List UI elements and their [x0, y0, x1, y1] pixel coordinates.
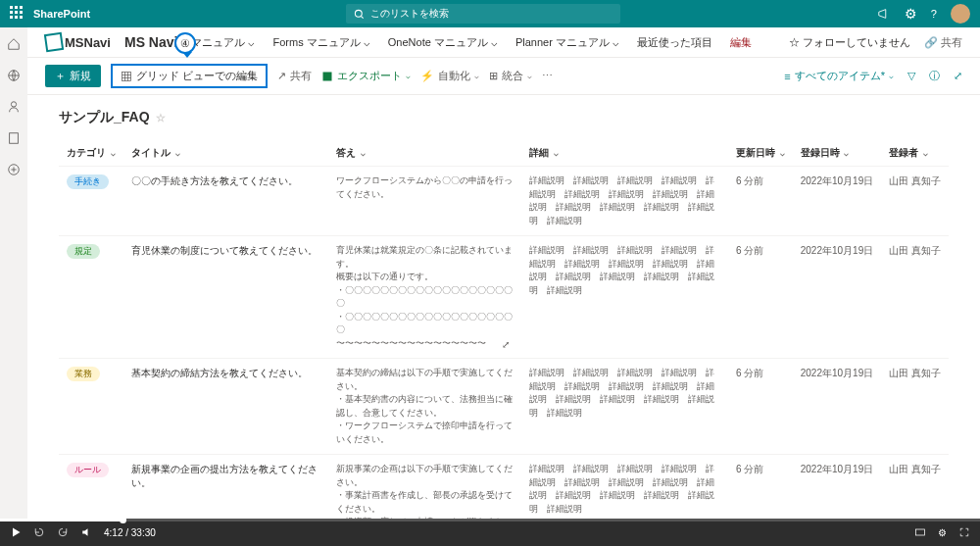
nav-item-4[interactable]: 最近使った項目: [637, 35, 712, 50]
row-detail: 詳細説明 詳細説明 詳細説明 詳細説明 詳細説明 詳細説明 詳細説明 詳細説明 …: [521, 236, 728, 359]
excel-icon: [321, 71, 333, 82]
svg-point-0: [356, 10, 363, 17]
row-updated: 6 分前: [728, 236, 793, 359]
site-header: MSNavi MS Navi マニュアル ⌵Forms マニュアル ⌵OneNo…: [27, 27, 980, 58]
share-button[interactable]: ↗ 共有: [277, 69, 312, 83]
share-site-button[interactable]: 🔗 共有: [924, 35, 962, 50]
left-nav: [0, 27, 27, 519]
fullscreen-icon[interactable]: [958, 526, 970, 538]
row-user: 山田 真知子: [881, 167, 949, 236]
list-table: カテゴリ ⌵タイトル ⌵答え ⌵詳細 ⌵更新日時 ⌵登録日時 ⌵登録者 ⌵ 手続…: [59, 140, 949, 519]
list-title: サンプル_FAQ ☆: [59, 109, 949, 126]
filter-icon[interactable]: ▽: [907, 70, 915, 82]
col-header[interactable]: タイトル ⌵: [123, 140, 328, 167]
search-icon: [354, 9, 365, 20]
row-user: 山田 真知子: [881, 455, 949, 520]
row-title: 基本契約の締結方法を教えてください。: [123, 359, 328, 455]
category-pill: 規定: [67, 244, 100, 259]
row-date: 2022年10月19日: [793, 455, 882, 520]
add-icon[interactable]: [7, 163, 21, 176]
svg-line-1: [362, 16, 364, 18]
export-button[interactable]: エクスポート ⌵: [321, 69, 411, 83]
home-icon[interactable]: [7, 37, 21, 51]
svg-rect-7: [323, 72, 332, 80]
callout-badge: ④: [174, 32, 196, 54]
nav-item-1[interactable]: Forms マニュアル ⌵: [273, 35, 370, 50]
col-header[interactable]: 登録日時 ⌵: [793, 140, 882, 167]
suite-brand[interactable]: SharePoint: [33, 8, 90, 20]
new-button[interactable]: ＋ 新規: [45, 65, 101, 87]
progress-bar[interactable]: [0, 519, 980, 521]
row-user: 山田 真知子: [881, 236, 949, 359]
nav-item-5[interactable]: 編集: [730, 35, 752, 50]
table-row[interactable]: 規定育児休業の制度について教えてください。育児休業は就業規定の〇条に記載されてい…: [59, 236, 949, 359]
col-header[interactable]: 登録者 ⌵: [881, 140, 949, 167]
suite-bar: SharePoint このリストを検索 ⚙ ?: [0, 0, 980, 27]
col-header[interactable]: 答え ⌵: [328, 140, 521, 167]
player-time: 4:12 / 33:30: [104, 527, 156, 538]
grid-view-edit-button[interactable]: グリッド ビューでの編集: [111, 64, 268, 88]
row-date: 2022年10月19日: [793, 167, 882, 236]
nav-item-2[interactable]: OneNote マニュアル ⌵: [388, 35, 498, 50]
volume-icon[interactable]: [80, 526, 92, 538]
row-answer: 育児休業は就業規定の〇条に記載されています。概要は以下の通りです。・〇〇〇〇〇〇…: [328, 236, 521, 359]
col-header[interactable]: 更新日時 ⌵: [728, 140, 793, 167]
svg-point-3: [11, 102, 16, 107]
table-row[interactable]: 業務基本契約の締結方法を教えてください。基本契約の締結は以下の手順で実施してくだ…: [59, 359, 949, 455]
row-answer: 新規事業の企画は以下の手順で実施してください。・事業計画書を作成し、部長の承認を…: [328, 455, 521, 520]
row-title: 育児休業の制度について教えてください。: [123, 236, 328, 359]
category-pill: 手続き: [67, 174, 109, 189]
waffle-icon[interactable]: [10, 6, 25, 22]
svg-rect-8: [916, 529, 925, 535]
site-name[interactable]: MS Navi: [124, 34, 177, 50]
expand-row-icon[interactable]: ⤢: [502, 337, 510, 352]
site-logo[interactable]: MSNavi: [45, 33, 111, 51]
follow-button[interactable]: ☆ フォローしていません: [789, 35, 910, 50]
row-user: 山田 真知子: [881, 359, 949, 455]
row-answer: 基本契約の締結は以下の手順で実施してください。・基本契約書の内容について、法務担…: [328, 359, 521, 455]
video-player-bar: 4:12 / 33:30 ⚙: [0, 519, 980, 546]
col-header[interactable]: カテゴリ ⌵: [59, 140, 123, 167]
row-updated: 6 分前: [728, 455, 793, 520]
search-placeholder: このリストを検索: [370, 7, 449, 21]
row-updated: 6 分前: [728, 167, 793, 236]
command-bar: ＋ 新規 グリッド ビューでの編集 ↗ 共有 エクスポート ⌵ ⚡ 自動化 ⌵ …: [27, 58, 980, 95]
automate-button[interactable]: ⚡ 自動化 ⌵: [420, 69, 479, 83]
expand-icon[interactable]: ⤢: [954, 70, 962, 82]
people-icon[interactable]: [7, 100, 21, 114]
cc-icon[interactable]: [914, 526, 926, 538]
row-date: 2022年10月19日: [793, 359, 882, 455]
more-button[interactable]: ⋯: [542, 70, 553, 82]
nav-item-0[interactable]: マニュアル ⌵: [191, 35, 255, 50]
grid-icon: [121, 71, 132, 82]
skip-back-icon[interactable]: [33, 526, 45, 538]
avatar[interactable]: [951, 4, 970, 24]
category-pill: ルール: [67, 463, 109, 477]
nav-item-3[interactable]: Planner マニュアル ⌵: [515, 35, 619, 50]
row-title: 〇〇の手続き方法を教えてください。: [123, 167, 328, 236]
settings-icon[interactable]: ⚙: [905, 6, 917, 22]
row-detail: 詳細説明 詳細説明 詳細説明 詳細説明 詳細説明 詳細説明 詳細説明 詳細説明 …: [521, 455, 728, 520]
info-icon[interactable]: ⓘ: [929, 69, 940, 83]
globe-icon[interactable]: [7, 69, 21, 82]
category-pill: 業務: [67, 367, 100, 381]
search-box[interactable]: このリストを検索: [346, 4, 620, 24]
row-detail: 詳細説明 詳細説明 詳細説明 詳細説明 詳細説明 詳細説明 詳細説明 詳細説明 …: [521, 167, 728, 236]
skip-fwd-icon[interactable]: [57, 526, 69, 538]
row-updated: 6 分前: [728, 359, 793, 455]
table-row[interactable]: 手続き〇〇の手続き方法を教えてください。ワークフローシステムから〇〇の申請を行っ…: [59, 167, 949, 236]
row-detail: 詳細説明 詳細説明 詳細説明 詳細説明 詳細説明 詳細説明 詳細説明 詳細説明 …: [521, 359, 728, 455]
integrate-button[interactable]: ⊞ 統合 ⌵: [489, 69, 532, 83]
help-icon[interactable]: ?: [931, 8, 937, 20]
table-row[interactable]: ルール新規事業の企画の提出方法を教えてください。新規事業の企画は以下の手順で実施…: [59, 455, 949, 520]
player-settings-icon[interactable]: ⚙: [938, 527, 947, 538]
favorite-star-icon[interactable]: ☆: [156, 112, 166, 124]
views-dropdown[interactable]: ≡ すべてのアイテム* ⌵: [784, 69, 894, 83]
row-title: 新規事業の企画の提出方法を教えてください。: [123, 455, 328, 520]
col-header[interactable]: 詳細 ⌵: [521, 140, 728, 167]
play-icon[interactable]: [10, 526, 22, 538]
row-answer: ワークフローシステムから〇〇の申請を行ってください。: [328, 167, 521, 236]
row-date: 2022年10月19日: [793, 236, 882, 359]
megaphone-icon[interactable]: [877, 7, 891, 21]
files-icon[interactable]: [7, 131, 21, 145]
